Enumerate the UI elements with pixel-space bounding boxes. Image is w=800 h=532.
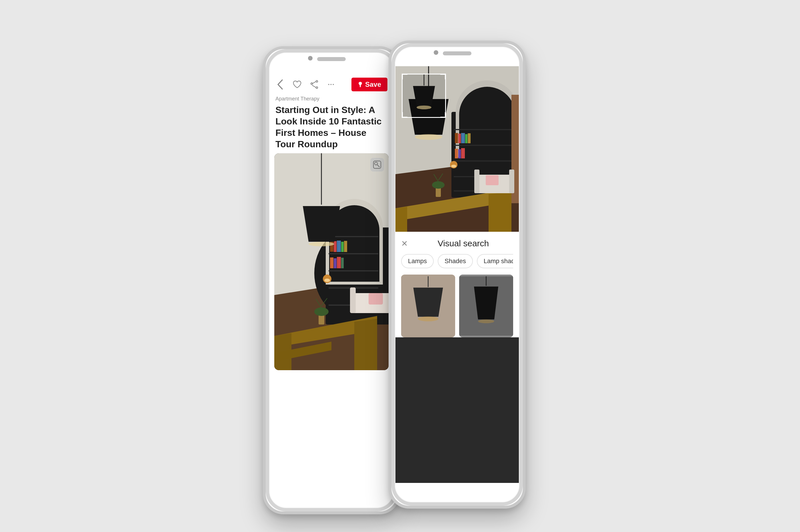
- svg-rect-43: [368, 293, 383, 305]
- tag-lamp-shade[interactable]: Lamp shade: [477, 254, 513, 268]
- svg-rect-41: [350, 287, 356, 313]
- svg-rect-12: [329, 236, 378, 237]
- svg-marker-34: [354, 319, 377, 370]
- visual-search-title: Visual search: [414, 239, 513, 248]
- tag-chips-row: Lamps Shades Lamp shade Lights Tab: [401, 254, 513, 268]
- svg-marker-71: [394, 207, 407, 232]
- phone-left-inner: ••• Save Apartment Therapy Starting Out …: [266, 49, 397, 511]
- svg-rect-56: [455, 133, 458, 143]
- phone-right-inner: ✕ Visual search Lamps Shades Lamp shade …: [392, 43, 523, 506]
- svg-rect-23: [334, 258, 337, 268]
- corner-bl: [402, 112, 407, 118]
- save-label: Save: [365, 80, 381, 89]
- svg-point-28: [309, 242, 334, 246]
- svg-rect-78: [474, 170, 479, 193]
- share-button[interactable]: [310, 80, 319, 89]
- corner-br: [440, 112, 446, 118]
- volume-btn: [263, 129, 264, 146]
- selected-lamp: [403, 75, 445, 117]
- volume-btn-r2: [388, 146, 390, 163]
- svg-rect-51: [454, 129, 520, 130]
- nav-icons: •••: [275, 80, 336, 89]
- svg-rect-17: [330, 240, 333, 252]
- speaker-right: [443, 51, 471, 55]
- svg-rect-20: [341, 242, 344, 252]
- svg-point-74: [432, 181, 444, 189]
- phones-wrapper: ••• Save Apartment Therapy Starting Out …: [249, 23, 551, 509]
- article-title: Starting Out in Style: A Look Inside 10 …: [275, 104, 387, 150]
- screen-left: ••• Save Apartment Therapy Starting Out …: [269, 72, 394, 489]
- svg-rect-79: [509, 170, 514, 193]
- thumb-lamp-2: [459, 274, 513, 337]
- room-illustration: [274, 153, 388, 370]
- save-button[interactable]: Save: [351, 78, 387, 91]
- svg-rect-19: [337, 241, 341, 252]
- svg-rect-22: [330, 258, 333, 268]
- article-source: Apartment Therapy: [275, 96, 387, 102]
- corner-tl: [402, 74, 407, 79]
- camera-right: [434, 50, 438, 55]
- svg-rect-21: [344, 241, 347, 252]
- svg-rect-11: [329, 230, 379, 282]
- more-button[interactable]: •••: [327, 80, 336, 89]
- selection-box: [402, 74, 446, 118]
- phone-right: ✕ Visual search Lamps Shades Lamp shade …: [388, 40, 526, 509]
- svg-rect-50: [459, 115, 515, 160]
- svg-marker-83: [413, 86, 435, 106]
- visual-search-header: ✕ Visual search: [401, 239, 513, 248]
- svg-rect-60: [468, 133, 471, 143]
- svg-rect-53: [454, 160, 520, 162]
- svg-rect-18: [334, 241, 337, 252]
- svg-rect-61: [455, 149, 458, 158]
- svg-rect-24: [337, 257, 341, 268]
- volume-btn-r: [388, 123, 390, 140]
- corner-tr: [440, 74, 446, 79]
- svg-point-69: [451, 165, 456, 168]
- svg-line-3: [377, 165, 379, 167]
- svg-rect-13: [329, 253, 378, 254]
- svg-rect-62: [458, 149, 461, 158]
- svg-point-88: [418, 317, 439, 321]
- screen-right: ✕ Visual search Lamps Shades Lamp shade …: [394, 66, 520, 483]
- svg-point-92: [478, 319, 494, 323]
- visual-search-trigger[interactable]: [370, 158, 384, 172]
- svg-point-67: [415, 134, 442, 140]
- power-btn-r: [525, 129, 526, 152]
- svg-rect-52: [454, 145, 520, 146]
- svg-point-37: [314, 307, 329, 316]
- article-image: [274, 153, 388, 370]
- svg-marker-27: [303, 206, 340, 242]
- svg-rect-63: [461, 148, 465, 158]
- svg-point-84: [417, 106, 432, 109]
- speaker-left: [317, 57, 346, 61]
- svg-point-30: [324, 279, 330, 282]
- thumb-lamp-1: [401, 274, 455, 337]
- svg-rect-80: [486, 175, 498, 185]
- close-button[interactable]: ✕: [401, 239, 408, 248]
- svg-rect-57: [458, 134, 461, 143]
- tag-lamps[interactable]: Lamps: [401, 254, 434, 268]
- svg-rect-58: [461, 133, 465, 143]
- article-meta: Apartment Therapy Starting Out in Style:…: [269, 96, 394, 153]
- room-image-full: [394, 66, 520, 232]
- svg-rect-25: [341, 258, 344, 268]
- svg-marker-87: [414, 288, 443, 317]
- result-thumb-2[interactable]: [459, 274, 513, 337]
- volume-btn-2: [263, 152, 264, 169]
- top-bar: ••• Save: [269, 72, 394, 96]
- svg-marker-72: [489, 192, 511, 232]
- result-thumb-1[interactable]: [401, 274, 455, 337]
- svg-rect-14: [329, 270, 378, 271]
- phone-left: ••• Save Apartment Therapy Starting Out …: [263, 46, 400, 514]
- result-thumbnails: [401, 274, 513, 337]
- svg-rect-59: [465, 134, 468, 143]
- camera-left: [308, 56, 313, 60]
- visual-search-panel: ✕ Visual search Lamps Shades Lamp shade …: [394, 232, 520, 337]
- heart-button[interactable]: [293, 80, 302, 89]
- back-button[interactable]: [275, 80, 285, 89]
- tag-shades[interactable]: Shades: [438, 254, 473, 268]
- svg-rect-0: [360, 85, 361, 87]
- svg-marker-91: [474, 287, 498, 319]
